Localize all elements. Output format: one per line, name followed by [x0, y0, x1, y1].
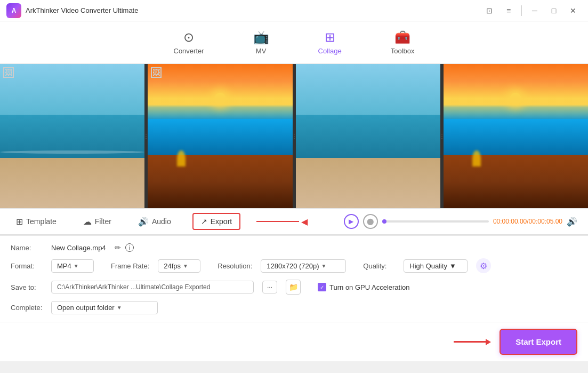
tab-toolbox[interactable]: 🧰 Toolbox: [382, 26, 423, 59]
toolbox-icon: 🧰: [394, 30, 410, 45]
maximize-button[interactable]: □: [545, 3, 562, 18]
start-export-arrow: [454, 339, 491, 345]
preview-panel-2[interactable]: 🖼: [148, 64, 292, 208]
stop-button[interactable]: ⬤: [363, 214, 378, 229]
app-title: ArkThinker Video Converter Ultimate: [26, 6, 138, 14]
quality-value: High Quality: [409, 262, 447, 270]
export-arrow-hint: ◀: [256, 217, 308, 227]
gpu-label[interactable]: ✓ Turn on GPU Acceleration: [318, 283, 410, 291]
preview-area: 🖼 ⋮ 🖼 ⋮ ⋮: [0, 64, 588, 208]
beach-image-3: [296, 64, 440, 208]
format-row: Format: MP4 ▼ Frame Rate: 24fps ▼ Resolu…: [11, 258, 577, 273]
audio-icon: 🔊: [138, 217, 149, 227]
gpu-checkbox[interactable]: ✓: [318, 283, 326, 291]
chat-button[interactable]: ⊡: [481, 3, 498, 18]
edit-name-icon[interactable]: ✏: [115, 243, 121, 252]
framerate-label: Frame Rate:: [111, 262, 149, 270]
export-button[interactable]: ↗ Export: [192, 213, 240, 230]
preview-panel-1[interactable]: 🖼: [0, 64, 144, 208]
filter-icon: ☁: [83, 217, 92, 227]
converter-icon: ⊙: [183, 30, 194, 45]
start-export-wrapper: Start Export: [454, 329, 577, 355]
time-display: 00:00:00.00/00:00:05.00: [493, 218, 562, 225]
close-button[interactable]: ✕: [565, 3, 582, 18]
progress-fill: [382, 219, 386, 224]
resolution-select[interactable]: 1280x720 (720p) ▼: [261, 259, 346, 273]
name-row: Name: New Collage.mp4 ✏ i: [11, 243, 577, 252]
resolution-label: Resolution:: [218, 262, 252, 270]
tab-collage[interactable]: ⊞ Collage: [310, 26, 350, 59]
add-media-icon-1[interactable]: 🖼: [3, 67, 14, 78]
title-bar: A ArkThinker Video Converter Ultimate ⊡ …: [0, 0, 588, 21]
resolution-value: 1280x720 (720p): [267, 262, 319, 270]
format-label: Format:: [11, 262, 43, 270]
play-button[interactable]: ▶: [344, 214, 359, 229]
quality-settings-button[interactable]: ⚙: [476, 258, 491, 273]
export-icon: ↗: [201, 217, 207, 226]
audio-tab[interactable]: 🔊 Audio: [133, 213, 176, 230]
gpu-text: Turn on GPU Acceleration: [329, 283, 410, 291]
collage-label: Collage: [318, 47, 342, 55]
beach-image-1: [0, 64, 144, 208]
app-logo: A: [6, 3, 21, 18]
quality-select[interactable]: High Quality ▼: [404, 259, 468, 273]
complete-label: Complete:: [11, 304, 43, 312]
framerate-value: 24fps: [164, 262, 181, 270]
mv-label: MV: [256, 47, 267, 55]
preview-panel-3[interactable]: [296, 64, 440, 208]
collage-icon: ⊞: [325, 30, 335, 45]
filter-tab[interactable]: ☁ Filter: [78, 213, 117, 230]
menu-button[interactable]: ≡: [500, 3, 517, 18]
export-label: Export: [211, 217, 232, 226]
filter-label: Filter: [95, 217, 111, 226]
template-label: Template: [26, 217, 57, 226]
name-value: New Collage.mp4: [51, 244, 106, 252]
format-select[interactable]: MP4 ▼: [51, 259, 94, 273]
add-media-icon-2[interactable]: 🖼: [151, 67, 162, 78]
complete-row: Complete: Open output folder ▼: [11, 301, 577, 314]
tab-converter[interactable]: ⊙ Converter: [165, 26, 213, 59]
bottom-bar: Start Export: [0, 322, 588, 361]
resolution-arrow-icon: ▼: [321, 263, 327, 269]
title-bar-controls: ⊡ ≡ ─ □ ✕: [481, 3, 582, 18]
open-folder-button[interactable]: 📁: [286, 280, 301, 295]
format-arrow-icon: ▼: [74, 263, 79, 269]
info-icon[interactable]: i: [125, 243, 134, 252]
volume-icon[interactable]: 🔊: [567, 217, 577, 227]
settings-panel: Name: New Collage.mp4 ✏ i Format: MP4 ▼ …: [0, 235, 588, 322]
template-icon: ⊞: [16, 217, 23, 227]
browse-button[interactable]: ···: [262, 281, 277, 293]
complete-value: Open output folder: [57, 304, 115, 312]
start-export-button[interactable]: Start Export: [500, 329, 577, 355]
arrow-shaft: [454, 341, 486, 343]
saveto-row: Save to: C:\ArkThinker\ArkThinker ...Ult…: [11, 280, 577, 295]
preview-panel-4[interactable]: [444, 64, 588, 208]
toolbox-label: Toolbox: [391, 47, 415, 55]
template-tab[interactable]: ⊞ Template: [11, 213, 62, 230]
format-value: MP4: [57, 262, 71, 270]
saveto-label: Save to:: [11, 283, 43, 291]
toolbar-bar: ⊞ Template ☁ Filter 🔊 Audio ↗ Export ◀ ▶…: [0, 208, 588, 235]
framerate-arrow-icon: ▼: [183, 263, 188, 269]
complete-select[interactable]: Open output folder ▼: [51, 301, 158, 314]
progress-track[interactable]: [382, 220, 489, 223]
name-label: Name:: [11, 244, 43, 252]
arrow-tip: [486, 339, 491, 345]
title-bar-left: A ArkThinker Video Converter Ultimate: [6, 3, 138, 18]
title-sep: [521, 5, 522, 16]
arrow-line: [256, 221, 299, 222]
playback-controls: ▶ ⬤ 00:00:00.00/00:00:05.00 🔊: [344, 214, 577, 229]
save-path-text: C:\ArkThinker\ArkThinker ...Ultimate\Col…: [57, 283, 210, 291]
quality-arrow-icon: ▼: [449, 262, 456, 270]
converter-label: Converter: [174, 47, 204, 55]
framerate-select[interactable]: 24fps ▼: [158, 259, 200, 273]
beach-image-4: [444, 64, 588, 208]
minimize-button[interactable]: ─: [526, 3, 543, 18]
beach-image-2: [148, 64, 292, 208]
nav-tabs: ⊙ Converter 📺 MV ⊞ Collage 🧰 Toolbox: [0, 21, 588, 64]
tab-mv[interactable]: 📺 MV: [245, 26, 278, 59]
audio-label: Audio: [152, 217, 171, 226]
name-actions: ✏ i: [115, 243, 134, 252]
save-path-display: C:\ArkThinker\ArkThinker ...Ultimate\Col…: [51, 281, 254, 293]
complete-arrow-icon: ▼: [117, 305, 122, 311]
